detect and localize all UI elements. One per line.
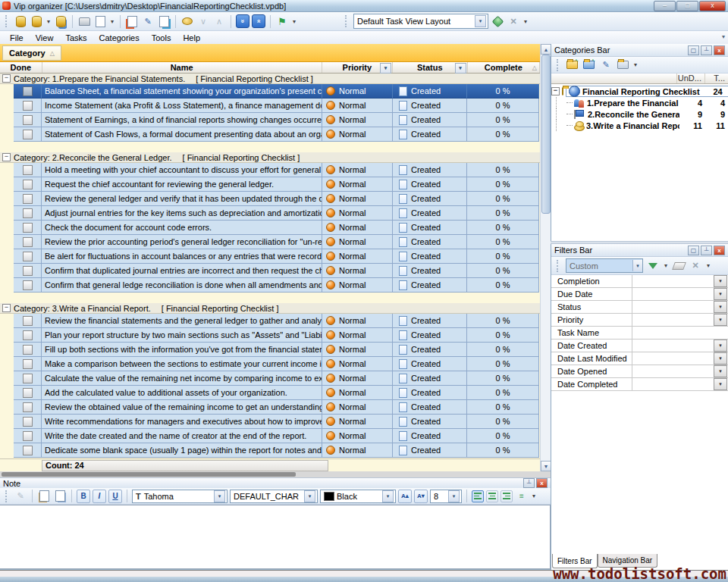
task-done-cell[interactable] <box>14 84 42 99</box>
task-status-cell[interactable]: Created <box>393 357 467 371</box>
delete-category-icon[interactable]: x <box>616 58 629 72</box>
task-name-cell[interactable]: Be alert for fluctuations in account bal… <box>42 249 322 264</box>
delete-layout-icon[interactable]: ✕ <box>507 14 520 28</box>
task-name-cell[interactable]: Write recommendations for managers and e… <box>42 415 322 429</box>
task-name-cell[interactable]: Review the general ledger and verify tha… <box>42 192 322 206</box>
task-name-cell[interactable]: Balance Sheet, a financial statement sho… <box>42 84 322 99</box>
filter-value-input[interactable] <box>632 352 714 365</box>
task-status-cell[interactable]: Created <box>393 400 467 415</box>
filter-preset-combo[interactable]: Custom ▾ <box>566 258 643 273</box>
task-name-cell[interactable]: Confirm that duplicated journal entries … <box>42 264 322 278</box>
filter-value-input[interactable] <box>632 301 714 313</box>
task-row[interactable]: Review the general ledger and verify tha… <box>0 192 540 206</box>
categories-float-icon[interactable]: ▢ <box>688 45 699 55</box>
title-bar[interactable]: Vip organizer [C:\Users\dmitry\Desktop\F… <box>0 0 728 12</box>
task-priority-cell[interactable]: Normal <box>322 386 393 400</box>
tree-item[interactable]: −Financial Reporting Checklist2424 <box>551 86 728 97</box>
tree-item[interactable]: 3.Write a Financial Report.1111 <box>551 120 728 131</box>
task-priority-cell[interactable]: Normal <box>322 328 393 343</box>
task-done-cell[interactable] <box>14 278 42 293</box>
task-checkbox[interactable] <box>23 86 33 96</box>
task-priority-cell[interactable]: Normal <box>322 113 393 127</box>
task-complete-cell[interactable]: 0 % <box>467 163 539 177</box>
task-checkbox[interactable] <box>23 417 33 427</box>
task-priority-cell[interactable]: Normal <box>322 249 393 264</box>
bullet-list-icon[interactable]: ≡ <box>515 490 529 503</box>
task-status-cell[interactable]: Created <box>393 278 467 293</box>
color-combo[interactable]: Black ▾ <box>320 490 396 503</box>
filter-row[interactable]: Completion▾ <box>551 275 728 288</box>
task-row[interactable]: Calculate the value of the remaining net… <box>0 371 540 386</box>
menu-overflow-caret-icon[interactable]: ▾ <box>722 33 725 40</box>
task-status-cell[interactable]: Created <box>393 206 467 221</box>
column-header-done[interactable]: Done <box>0 62 42 73</box>
task-status-cell[interactable]: Created <box>393 443 467 458</box>
task-done-cell[interactable] <box>14 99 42 113</box>
task-row[interactable]: Be alert for fluctuations in account bal… <box>0 249 540 264</box>
task-done-cell[interactable] <box>14 371 42 386</box>
filter-value-input[interactable] <box>632 275 714 287</box>
task-name-cell[interactable]: Statement of Earnings, a kind of financi… <box>42 113 322 127</box>
task-priority-cell[interactable]: Normal <box>322 415 393 429</box>
task-name-cell[interactable]: Write the date created and the name of c… <box>42 429 322 443</box>
filters-pin-icon[interactable]: ┴ <box>701 246 712 255</box>
comment-icon[interactable] <box>180 14 194 28</box>
task-done-cell[interactable] <box>14 177 42 192</box>
task-complete-cell[interactable]: 0 % <box>467 192 539 206</box>
color-combo-caret-icon[interactable]: ▾ <box>382 490 394 502</box>
task-checkbox[interactable] <box>23 130 33 139</box>
task-done-cell[interactable] <box>14 443 42 458</box>
task-name-cell[interactable]: Review the financial statements and the … <box>42 314 322 328</box>
task-name-cell[interactable]: Income Statement (aka Profit & Loss Stat… <box>42 99 322 113</box>
task-checkbox[interactable] <box>23 165 33 175</box>
filter-dropdown-icon[interactable]: ▾ <box>714 314 727 326</box>
task-status-cell[interactable]: Created <box>393 415 467 429</box>
scroll-up-icon[interactable]: ▲ <box>541 44 551 55</box>
task-status-cell[interactable]: Created <box>393 264 467 278</box>
task-row[interactable]: Write recommendations for managers and e… <box>0 415 540 429</box>
task-row[interactable]: Hold a meeting with your chief accountan… <box>0 163 540 177</box>
font-combo[interactable]: T Tahoma ▾ <box>132 490 228 503</box>
task-complete-cell[interactable]: 0 % <box>467 113 539 127</box>
task-complete-cell[interactable]: 0 % <box>467 235 539 249</box>
italic-button[interactable]: I <box>93 490 106 503</box>
column-header-name[interactable]: Name <box>42 62 322 73</box>
task-priority-cell[interactable]: Normal <box>322 192 393 206</box>
task-done-cell[interactable] <box>14 264 42 278</box>
task-status-cell[interactable]: Created <box>393 343 467 357</box>
tree-item[interactable]: 2.Reconcile the General Ledge99 <box>551 108 728 120</box>
delete-task-icon[interactable] <box>157 14 171 28</box>
filter-dropdown-icon[interactable]: ▾ <box>714 378 727 390</box>
notification-flag-icon[interactable]: ⚑ <box>275 14 289 28</box>
scroll-down-icon[interactable]: ▼ <box>541 461 551 471</box>
filter-dropdown-icon[interactable]: ▾ <box>714 340 727 352</box>
task-row[interactable]: Review the obtained value of the remaini… <box>0 400 540 415</box>
task-checkbox[interactable] <box>23 237 33 247</box>
horizontal-scrollbar[interactable] <box>0 471 551 477</box>
task-priority-cell[interactable]: Normal <box>322 371 393 386</box>
task-status-cell[interactable]: Created <box>393 127 467 142</box>
task-complete-cell[interactable]: 0 % <box>467 415 539 429</box>
filter-value-input[interactable] <box>632 378 714 390</box>
new-subcategory-icon[interactable]: + <box>582 58 596 72</box>
filter-dropdown-icon[interactable]: ▾ <box>714 365 727 377</box>
task-name-cell[interactable]: Dedicate some blank space (usually 1 pag… <box>42 443 322 458</box>
task-done-cell[interactable] <box>14 235 42 249</box>
task-row[interactable]: Fill up both sections with the informati… <box>0 343 540 357</box>
filter-dropdown-icon[interactable]: ▾ <box>714 352 727 365</box>
filter-dropdown-icon[interactable]: ▾ <box>714 275 727 287</box>
task-name-cell[interactable]: Statement of Cash Flows, a formal docume… <box>42 127 322 142</box>
task-done-cell[interactable] <box>14 163 42 177</box>
task-complete-cell[interactable]: 0 % <box>467 127 539 142</box>
task-row[interactable]: Adjust journal entries for the key items… <box>0 206 540 221</box>
task-priority-cell[interactable]: Normal <box>322 343 393 357</box>
task-checkbox[interactable] <box>23 115 33 125</box>
task-status-cell[interactable]: Created <box>393 235 467 249</box>
task-row[interactable]: Review the prior accounting period's gen… <box>0 235 540 249</box>
task-name-cell[interactable]: Review the obtained value of the remaini… <box>42 400 322 415</box>
category-group-row[interactable]: −Category: 2.Reconcile the General Ledge… <box>0 152 540 163</box>
delete-filter-icon[interactable]: ✕ <box>689 259 702 273</box>
vertical-scroll-thumb[interactable] <box>541 55 551 214</box>
font-combo-caret-icon[interactable]: ▾ <box>214 490 225 502</box>
task-checkbox[interactable] <box>23 252 33 261</box>
